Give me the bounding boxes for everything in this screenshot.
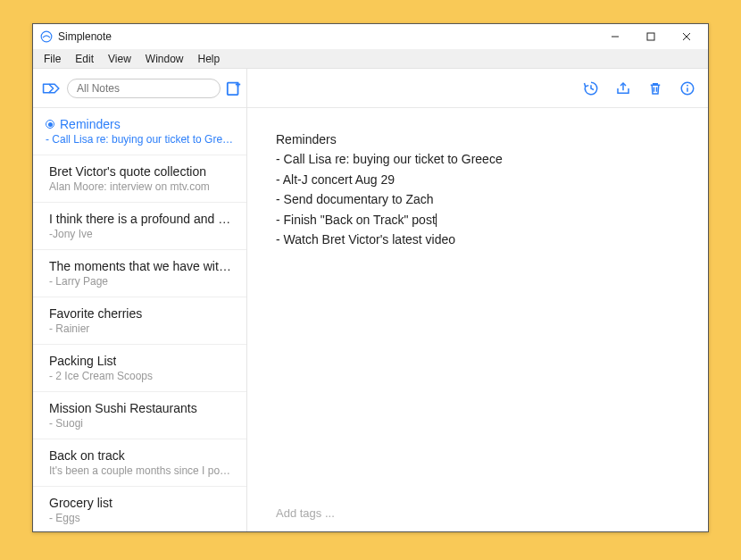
- menu-file[interactable]: File: [37, 50, 68, 68]
- maximize-button[interactable]: [633, 25, 669, 48]
- note-title: Mission Sushi Restaurants: [49, 401, 197, 415]
- editor-toolbar: [247, 69, 708, 108]
- editor-line: - Send documentary to Zach: [276, 189, 679, 209]
- note-list: Reminders- Call Lisa re: buying our tick…: [33, 108, 246, 531]
- text-cursor: [436, 213, 437, 227]
- app-title: Simplenote: [58, 30, 112, 43]
- note-title: I think there is a profound and enduring…: [49, 212, 234, 226]
- note-preview: - Suogi: [49, 417, 234, 430]
- editor-line: - Finish "Back on Track" post: [276, 210, 679, 230]
- sidebar: Reminders- Call Lisa re: buying our tick…: [33, 69, 247, 531]
- note-title: Packing List: [49, 354, 116, 368]
- note-title: The moments that we have with friends ..…: [49, 259, 234, 273]
- tag-input[interactable]: Add tags ...: [247, 506, 708, 531]
- new-note-icon[interactable]: [226, 80, 242, 96]
- titlebar: Simplenote: [33, 24, 708, 49]
- note-preview: - Call Lisa re: buying our ticket to Gre…: [46, 133, 234, 146]
- note-list-item[interactable]: Reminders- Call Lisa re: buying our tick…: [33, 108, 246, 155]
- note-list-item[interactable]: Bret Victor's quote collectionAlan Moore…: [33, 155, 246, 203]
- svg-rect-2: [647, 33, 654, 40]
- note-preview: Alan Moore: interview on mtv.com: [49, 180, 234, 193]
- note-preview: - Rainier: [49, 322, 234, 335]
- close-button[interactable]: [669, 25, 704, 48]
- share-icon[interactable]: [615, 80, 631, 96]
- note-title: Grocery list: [49, 496, 112, 510]
- note-title: Favorite cherries: [49, 306, 142, 321]
- menu-window[interactable]: Window: [138, 50, 191, 68]
- note-preview: - Larry Page: [49, 275, 234, 288]
- note-list-item[interactable]: Favorite cherries- Rainier: [33, 297, 246, 345]
- note-title: Back on track: [49, 448, 125, 463]
- svg-point-0: [41, 31, 52, 42]
- info-icon[interactable]: [679, 80, 695, 96]
- note-list-item[interactable]: Packing List- 2 Ice Cream Scoops: [33, 345, 246, 392]
- minimize-button[interactable]: [597, 25, 633, 48]
- svg-point-13: [687, 84, 688, 86]
- menu-edit[interactable]: Edit: [68, 50, 101, 68]
- sidebar-toolbar: [33, 69, 246, 108]
- menu-help[interactable]: Help: [191, 50, 228, 68]
- app-window: Simplenote File Edit View Window Help: [32, 23, 709, 532]
- note-editor[interactable]: Reminders- Call Lisa re: buying our tick…: [247, 108, 708, 506]
- note-title: Bret Victor's quote collection: [49, 164, 206, 179]
- history-icon[interactable]: [583, 80, 599, 96]
- note-preview: - 2 Ice Cream Scoops: [49, 370, 234, 382]
- note-list-item[interactable]: The moments that we have with friends ..…: [33, 250, 246, 297]
- editor-line: - Watch Bret Victor's latest video: [276, 230, 679, 249]
- note-list-item[interactable]: Back on trackIt's been a couple months s…: [33, 439, 246, 487]
- note-preview: It's been a couple months since I posted…: [49, 464, 234, 477]
- menubar: File Edit View Window Help: [33, 49, 708, 69]
- note-title: Reminders: [60, 117, 121, 131]
- note-preview: - Eggs: [49, 512, 234, 524]
- trash-icon[interactable]: [647, 80, 663, 96]
- app-logo-icon: [40, 30, 53, 43]
- note-preview: -Jony Ive: [49, 228, 234, 240]
- editor-line: Reminders: [276, 130, 679, 149]
- editor-line: - Alt-J concert Aug 29: [276, 170, 679, 189]
- menu-view[interactable]: View: [101, 50, 138, 68]
- note-list-item[interactable]: Grocery list- Eggs: [33, 487, 246, 531]
- content-area: Reminders- Call Lisa re: buying our tick…: [33, 69, 708, 531]
- main-pane: Reminders- Call Lisa re: buying our tick…: [247, 69, 708, 531]
- selected-indicator-icon: [46, 120, 54, 129]
- editor-line: - Call Lisa re: buying our ticket to Gre…: [276, 149, 679, 169]
- note-list-item[interactable]: Mission Sushi Restaurants- Suogi: [33, 392, 246, 439]
- tags-icon[interactable]: [42, 80, 62, 96]
- note-list-item[interactable]: I think there is a profound and enduring…: [33, 203, 246, 250]
- search-input[interactable]: [67, 79, 221, 98]
